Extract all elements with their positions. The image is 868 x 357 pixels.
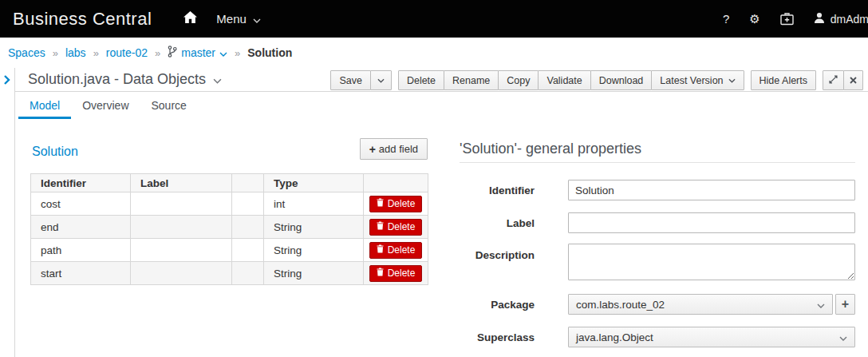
help-icon[interactable]: ? xyxy=(723,12,729,26)
breadcrumb-separator: » xyxy=(155,47,160,59)
label-field[interactable] xyxy=(568,212,855,233)
add-field-label: add field xyxy=(379,143,418,155)
general-properties-heading: 'Solution'- general properties xyxy=(460,141,641,157)
cell-empty xyxy=(232,192,264,216)
delete-button[interactable]: Delete xyxy=(398,70,444,90)
heading-divider xyxy=(460,162,855,163)
save-button[interactable]: Save xyxy=(330,70,371,90)
git-branch-icon xyxy=(168,46,177,60)
copy-button[interactable]: Copy xyxy=(498,70,539,90)
hide-alerts-button[interactable]: Hide Alerts xyxy=(751,70,816,90)
editor-title-dropdown[interactable]: Solution.java - Data Objects xyxy=(28,71,222,88)
settings-gear-icon[interactable]: ⚙ xyxy=(749,12,760,26)
latest-version-label: Latest Version xyxy=(660,75,723,86)
delete-field-button[interactable]: Delete xyxy=(369,196,423,212)
header-empty xyxy=(232,174,264,192)
trash-icon xyxy=(377,198,384,209)
add-field-button[interactable]: + add field xyxy=(360,138,428,160)
home-button[interactable] xyxy=(183,11,197,26)
breadcrumb-labs[interactable]: labs xyxy=(65,46,86,59)
cell-empty xyxy=(232,262,264,285)
header-identifier: Identifier xyxy=(31,174,131,192)
close-icon xyxy=(850,75,857,86)
home-icon xyxy=(183,11,197,26)
chevron-down-icon xyxy=(219,46,227,59)
identifier-label: Identifier xyxy=(335,184,535,196)
rename-button[interactable]: Rename xyxy=(444,70,499,90)
trash-icon xyxy=(377,268,384,279)
cell-type[interactable]: String xyxy=(264,262,364,285)
cell-label[interactable] xyxy=(131,216,232,239)
admin-toolbox-icon[interactable] xyxy=(780,13,794,26)
delete-field-button[interactable]: Delete xyxy=(369,265,423,282)
masthead-utilities: ? ⚙ dmAdmin xyxy=(723,0,868,38)
cell-identifier[interactable]: path xyxy=(31,239,131,262)
user-menu[interactable]: dmAdmin xyxy=(814,12,868,26)
package-selected-value: com.labs.route_02 xyxy=(576,299,665,311)
validate-button[interactable]: Validate xyxy=(538,70,590,90)
breadcrumb-route-02[interactable]: route-02 xyxy=(106,46,148,59)
user-icon xyxy=(814,12,825,26)
editor-toolbar: Save Delete Rename Copy Validate Downloa… xyxy=(330,70,863,90)
cell-identifier[interactable]: cost xyxy=(31,192,131,216)
maximize-button[interactable] xyxy=(823,70,844,90)
cell-identifier[interactable]: end xyxy=(31,216,131,239)
tab-model[interactable]: Model xyxy=(18,92,71,119)
cell-empty xyxy=(232,216,264,239)
close-button[interactable] xyxy=(843,70,863,90)
cell-label[interactable] xyxy=(131,239,232,262)
save-dropdown-button[interactable] xyxy=(370,70,392,90)
data-object-link[interactable]: Solution xyxy=(32,145,78,159)
description-field[interactable] xyxy=(568,244,855,280)
breadcrumb-spaces[interactable]: Spaces xyxy=(8,46,45,59)
label-label: Label xyxy=(335,217,535,229)
delete-field-label: Delete xyxy=(388,268,416,279)
brand-logo[interactable]: Business Central xyxy=(13,9,152,30)
breadcrumb-separator: » xyxy=(235,47,240,59)
breadcrumb-branch-master[interactable]: master xyxy=(181,46,215,59)
cell-label[interactable] xyxy=(131,262,232,285)
tab-overview[interactable]: Overview xyxy=(71,92,140,119)
superclass-select[interactable]: java.lang.Object xyxy=(568,327,855,347)
package-label: Package xyxy=(335,299,535,311)
chevron-down-icon xyxy=(213,71,222,88)
download-button[interactable]: Download xyxy=(590,70,653,90)
window-controls-group xyxy=(823,70,863,90)
expand-docks-chevron-icon[interactable] xyxy=(2,73,12,88)
chevron-down-icon xyxy=(253,12,261,26)
cell-label[interactable] xyxy=(131,192,232,216)
description-label: Description xyxy=(335,249,535,261)
new-package-button[interactable]: + xyxy=(835,294,855,315)
package-select[interactable]: com.labs.route_02 xyxy=(568,294,833,315)
latest-version-dropdown[interactable]: Latest Version xyxy=(651,70,744,90)
cell-empty xyxy=(232,239,264,262)
branch-selector[interactable]: master xyxy=(168,46,227,60)
cell-actions: Delete xyxy=(364,262,428,285)
expand-icon xyxy=(829,75,838,86)
breadcrumb-separator: » xyxy=(53,47,58,59)
header-label: Label xyxy=(131,174,232,192)
menu-label: Menu xyxy=(216,12,247,26)
plus-icon: + xyxy=(369,143,376,156)
tab-source[interactable]: Source xyxy=(140,92,198,119)
breadcrumb: Spaces » labs » route-02 » master » Solu… xyxy=(0,38,868,68)
editor-title: Solution.java - Data Objects xyxy=(28,71,206,88)
save-split-button: Save xyxy=(330,70,392,90)
username-label: dmAdmin xyxy=(831,13,868,26)
table-row[interactable]: start String Delete xyxy=(31,262,428,285)
superclass-selected-value: java.lang.Object xyxy=(576,331,653,343)
chevron-down-icon xyxy=(839,331,847,343)
editor-tabs: Model Overview Source xyxy=(15,92,198,119)
menu-button[interactable]: Menu xyxy=(216,12,261,26)
breadcrumb-current-solution: Solution xyxy=(247,46,292,59)
breadcrumb-separator: » xyxy=(93,47,99,59)
masthead: Business Central Menu ? ⚙ dmAdmin xyxy=(0,0,868,38)
delete-field-label: Delete xyxy=(388,198,416,209)
cell-identifier[interactable]: start xyxy=(31,262,131,285)
identifier-field[interactable] xyxy=(568,180,855,200)
superclass-label: Superclass xyxy=(335,331,535,343)
chevron-down-icon xyxy=(817,299,825,311)
file-actions-group: Delete Rename Copy Validate Download Lat… xyxy=(398,70,744,90)
